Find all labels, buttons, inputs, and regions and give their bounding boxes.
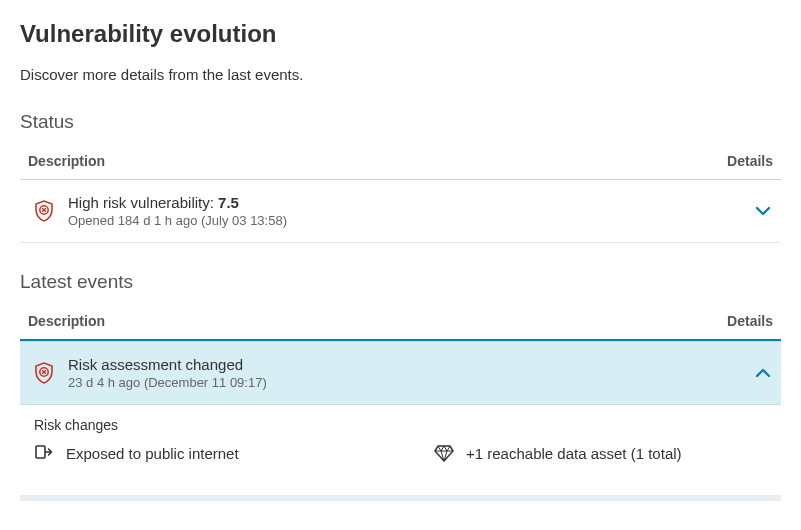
collapse-toggle[interactable] xyxy=(753,363,773,383)
events-table-header: Description Details xyxy=(20,303,781,341)
status-section-title: Status xyxy=(20,111,781,133)
status-table-header: Description Details xyxy=(20,143,781,180)
status-title-prefix: High risk vulnerability: xyxy=(68,194,218,211)
shield-alert-icon xyxy=(34,200,54,222)
events-col-details: Details xyxy=(727,313,773,329)
page-subtitle: Discover more details from the last even… xyxy=(20,66,781,83)
event-row-title: Risk assessment changed xyxy=(68,356,739,373)
status-col-description: Description xyxy=(28,153,105,169)
risk-change-label: Exposed to public internet xyxy=(66,445,239,462)
risk-change-item: +1 reachable data asset (1 total) xyxy=(434,444,794,462)
status-score: 7.5 xyxy=(218,194,239,211)
expand-toggle[interactable] xyxy=(753,201,773,221)
events-col-description: Description xyxy=(28,313,105,329)
status-row[interactable]: High risk vulnerability: 7.5 Opened 184 … xyxy=(20,180,781,243)
status-col-details: Details xyxy=(727,153,773,169)
section-divider xyxy=(20,495,781,501)
event-row[interactable]: Risk assessment changed 23 d 4 h ago (De… xyxy=(20,341,781,405)
risk-change-label: +1 reachable data asset (1 total) xyxy=(466,445,682,462)
svg-rect-6 xyxy=(36,446,45,458)
shield-alert-icon xyxy=(34,362,54,384)
risk-changes-panel: Risk changes Exposed to public internet … xyxy=(20,405,781,485)
chevron-up-icon xyxy=(753,363,773,383)
chevron-down-icon xyxy=(753,201,773,221)
status-row-title: High risk vulnerability: 7.5 xyxy=(68,194,739,211)
exposed-internet-icon xyxy=(34,443,54,463)
page-title: Vulnerability evolution xyxy=(20,20,781,48)
events-section-title: Latest events xyxy=(20,271,781,293)
data-asset-icon xyxy=(434,444,454,462)
risk-changes-title: Risk changes xyxy=(34,417,773,433)
status-row-meta: Opened 184 d 1 h ago (July 03 13:58) xyxy=(68,213,739,228)
risk-change-item: Exposed to public internet xyxy=(34,443,394,463)
event-row-meta: 23 d 4 h ago (December 11 09:17) xyxy=(68,375,739,390)
